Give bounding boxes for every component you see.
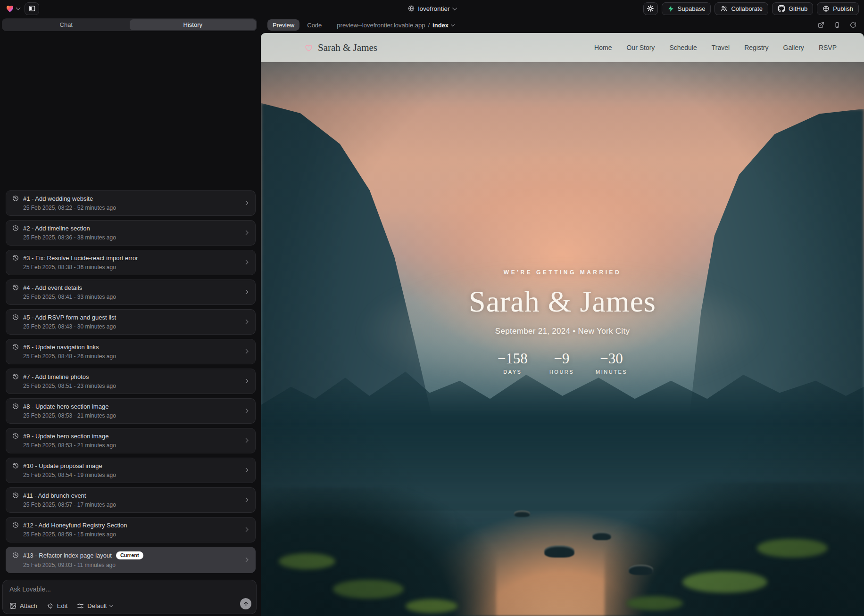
chevron-right-icon <box>244 200 249 205</box>
supabase-button[interactable]: Supabase <box>662 2 711 15</box>
history-item-title: #6 - Update navigation links <box>23 344 99 351</box>
history-item[interactable]: #7 - Add timeline photos 25 Feb 2025, 08… <box>6 369 256 394</box>
history-icon <box>12 195 19 202</box>
hero-title: Sarah & James <box>261 284 864 319</box>
site-nav-link[interactable]: Our Story <box>626 44 655 51</box>
arrow-up-icon <box>243 601 249 607</box>
history-item-title: #11 - Add brunch event <box>23 492 86 499</box>
site-nav-link[interactable]: Travel <box>712 44 730 51</box>
globe-icon <box>408 5 415 12</box>
hero-copy: WE'RE GETTING MARRIED Sarah & James Sept… <box>261 269 864 375</box>
refresh-button[interactable] <box>850 22 856 28</box>
history-item[interactable]: #10 - Update proposal image 25 Feb 2025,… <box>6 458 256 483</box>
attach-button[interactable]: Attach <box>9 602 37 609</box>
history-item-timestamp: 25 Feb 2025, 08:48 - 26 minutes ago <box>23 353 239 360</box>
toggle-sidebar-button[interactable] <box>25 2 39 15</box>
history-icon <box>12 373 19 380</box>
history-item[interactable]: #6 - Update navigation links 25 Feb 2025… <box>6 339 256 364</box>
site-brand[interactable]: Sarah & James <box>304 42 377 54</box>
countdown-value: −30 <box>596 350 627 367</box>
refresh-icon <box>850 22 856 28</box>
tab-preview[interactable]: Preview <box>267 19 299 31</box>
history-item[interactable]: #1 - Add wedding website 25 Feb 2025, 08… <box>6 190 256 216</box>
site-nav: HomeOur StoryScheduleTravelRegistryGalle… <box>594 44 837 51</box>
collaborate-label: Collaborate <box>731 5 763 12</box>
project-selector[interactable]: lovefrontier <box>408 5 457 12</box>
lovable-logo-menu[interactable] <box>5 4 20 13</box>
history-item[interactable]: #5 - Add RSVP form and guest list 25 Feb… <box>6 309 256 335</box>
tab-history[interactable]: History <box>130 19 257 30</box>
history-icon <box>12 344 19 350</box>
history-item[interactable]: #4 - Add event details 25 Feb 2025, 08:4… <box>6 279 256 305</box>
history-item-title: #1 - Add wedding website <box>23 195 93 202</box>
history-item[interactable]: #12 - Add Honeyfund Registry Section 25 … <box>6 517 256 542</box>
history-item[interactable]: #11 - Add brunch event 25 Feb 2025, 08:5… <box>6 487 256 513</box>
chevron-right-icon <box>244 468 249 472</box>
tab-code[interactable]: Code <box>307 22 322 29</box>
collaborate-button[interactable]: Collaborate <box>714 2 768 15</box>
countdown-label: DAYS <box>498 369 528 375</box>
panel-left-icon <box>28 5 36 12</box>
history-item[interactable]: #8 - Update hero section image 25 Feb 20… <box>6 398 256 424</box>
history-icon <box>12 255 19 261</box>
history-item[interactable]: #13 - Refactor index page layout Current… <box>6 547 256 573</box>
history-item-title: #7 - Add timeline photos <box>23 373 89 380</box>
hero-date-location: September 21, 2024 • New York City <box>261 327 864 336</box>
settings-button[interactable] <box>643 2 658 15</box>
history-item-title: #8 - Update hero section image <box>23 403 108 410</box>
history-item[interactable]: #2 - Add timeline section 25 Feb 2025, 0… <box>6 220 256 246</box>
history-item-timestamp: 25 Feb 2025, 08:38 - 36 minutes ago <box>23 264 239 271</box>
github-button[interactable]: GitHub <box>772 2 813 15</box>
site-preview-frame: Sarah & James HomeOur StoryScheduleTrave… <box>261 33 864 616</box>
tab-chat[interactable]: Chat <box>3 19 130 30</box>
supabase-icon <box>667 5 674 12</box>
history-item[interactable]: #9 - Update hero section image 25 Feb 20… <box>6 428 256 453</box>
edit-button[interactable]: Edit <box>47 602 67 609</box>
history-item-timestamp: 25 Feb 2025, 08:59 - 15 minutes ago <box>23 531 239 538</box>
chevron-right-icon <box>244 260 249 264</box>
site-nav-link[interactable]: Schedule <box>669 44 697 51</box>
history-icon <box>12 433 19 439</box>
smartphone-icon <box>834 22 840 28</box>
project-name: lovefrontier <box>418 5 450 12</box>
lovable-heart-icon <box>5 4 15 13</box>
publish-button[interactable]: Publish <box>817 2 859 15</box>
history-item-title: #2 - Add timeline section <box>23 225 90 232</box>
history-item-title: #13 - Refactor index page layout <box>23 552 112 559</box>
countdown-item: −9 HOURS <box>549 350 574 375</box>
site-nav-link[interactable]: Gallery <box>783 44 804 51</box>
history-item-title: #12 - Add Honeyfund Registry Section <box>23 522 127 529</box>
history-list: #1 - Add wedding website 25 Feb 2025, 08… <box>1 31 258 578</box>
heart-icon <box>304 43 313 52</box>
site-nav-link[interactable]: Home <box>594 44 612 51</box>
history-item-title: #9 - Update hero section image <box>23 433 108 440</box>
mobile-view-button[interactable] <box>834 22 840 28</box>
history-item[interactable]: #3 - Fix: Resolve Lucide-react import er… <box>6 250 256 275</box>
preview-toolbar: Preview Code preview--lovefrontier.lovab… <box>261 17 864 33</box>
send-button[interactable] <box>240 598 251 609</box>
history-item-timestamp: 25 Feb 2025, 08:53 - 21 minutes ago <box>23 412 239 419</box>
top-bar: lovefrontier Supabase Collaborate <box>0 0 864 17</box>
site-brand-name: Sarah & James <box>318 42 377 54</box>
chevron-down-icon <box>451 22 455 26</box>
site-nav-link[interactable]: Registry <box>744 44 768 51</box>
open-in-new-tab-button[interactable] <box>818 22 824 28</box>
countdown-value: −9 <box>549 350 574 367</box>
external-link-icon <box>818 22 824 28</box>
site-header: Sarah & James HomeOur StoryScheduleTrave… <box>261 33 864 62</box>
history-item-timestamp: 25 Feb 2025, 08:36 - 38 minutes ago <box>23 234 239 241</box>
history-item-timestamp: 25 Feb 2025, 09:03 - 11 minutes ago <box>23 562 239 568</box>
mode-selector[interactable]: Default <box>77 602 113 609</box>
chevron-right-icon <box>244 408 249 413</box>
select-target-icon <box>47 602 54 609</box>
hero-eyebrow: WE'RE GETTING MARRIED <box>261 269 864 276</box>
users-icon <box>720 5 728 12</box>
history-icon <box>12 492 19 499</box>
site-nav-link[interactable]: RSVP <box>819 44 837 51</box>
mode-label: Default <box>87 602 107 609</box>
preview-url[interactable]: preview--lovefrontier.lovable.app / inde… <box>337 22 454 29</box>
history-item-timestamp: 25 Feb 2025, 08:57 - 17 minutes ago <box>23 501 239 508</box>
countdown-item: −158 DAYS <box>498 350 528 375</box>
ask-lovable-input[interactable] <box>9 585 226 595</box>
current-badge: Current <box>116 551 143 559</box>
